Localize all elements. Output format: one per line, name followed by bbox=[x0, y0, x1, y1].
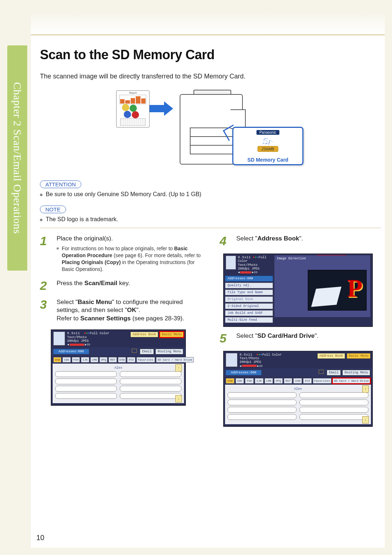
tab-opq[interactable]: OPQ bbox=[274, 378, 283, 384]
step-5: 5 Select "SD Card/Hard Drive". bbox=[220, 332, 381, 344]
tab-fgh[interactable]: FGH bbox=[72, 357, 80, 362]
header-info: 8.5x11 ●●●Full Color Text/Photo 200dpi J… bbox=[67, 332, 109, 346]
address-book-button[interactable]: Address Book bbox=[130, 332, 158, 337]
page-number: 10 bbox=[36, 534, 44, 542]
contact-name: Alex bbox=[227, 387, 369, 391]
page-counter: 01 / 01 bbox=[362, 395, 368, 404]
right-column: 4 Select "Address Book". Address Book Ba… bbox=[220, 235, 381, 430]
brand-label: Panasonic bbox=[257, 130, 279, 135]
panel-sd-card: Address Book Basic Menu 8.5x11 ●●●Full C… bbox=[223, 351, 373, 427]
step-2: 2 Press the Scan/Email key. bbox=[40, 279, 201, 292]
address-slot[interactable] bbox=[55, 386, 117, 392]
tab-rst[interactable]: RST bbox=[284, 378, 293, 384]
intro-text: The scanned image will be directly trans… bbox=[40, 73, 381, 80]
document-label: Report bbox=[117, 92, 149, 94]
preview-area: Image Direction P bbox=[274, 255, 370, 317]
address-slot[interactable] bbox=[55, 393, 117, 399]
step-number: 4 bbox=[220, 235, 230, 247]
transfer-diagram: Report Panasonic S▸ 256MB SD Memory Card bbox=[116, 87, 305, 167]
sd-callout-label: SD Memory Card bbox=[233, 157, 302, 163]
step-number: 5 bbox=[220, 332, 230, 344]
page-title: Scan to the SD Memory Card bbox=[40, 47, 381, 62]
scroll-down-icon[interactable]: ↓ bbox=[175, 395, 182, 402]
tab-fav[interactable]: Favorites bbox=[313, 378, 331, 384]
preview-window: P bbox=[308, 270, 367, 311]
address-slot[interactable] bbox=[120, 393, 181, 399]
side-addresses[interactable]: Addresses:000 bbox=[225, 276, 273, 281]
attention-text: Be sure to use only Genuine SD Memory Ca… bbox=[40, 191, 381, 198]
address-slot[interactable] bbox=[55, 378, 117, 384]
tab-fav[interactable]: Favorites bbox=[136, 357, 155, 362]
side-job-build[interactable]: Job Build and SADF bbox=[225, 310, 273, 316]
note-text: The SD logo is a trademark. bbox=[40, 216, 381, 223]
address-slot[interactable] bbox=[228, 400, 297, 405]
address-slot[interactable] bbox=[120, 386, 181, 392]
tab-lmn[interactable]: LMN bbox=[90, 357, 98, 362]
tab-lmn[interactable]: LMN bbox=[265, 378, 273, 384]
routing-menu-button[interactable]: Routing Menu bbox=[342, 370, 370, 376]
email-button[interactable]: Email bbox=[140, 349, 154, 355]
tab-uvw[interactable]: UVW bbox=[293, 378, 302, 384]
address-slot[interactable] bbox=[120, 378, 181, 384]
addresses-button[interactable]: Addresses:000 bbox=[226, 370, 261, 375]
side-multi-size[interactable]: Multi-Size Feed bbox=[225, 317, 273, 323]
side-2sided[interactable]: 2-Sided Original bbox=[225, 303, 273, 309]
tab-uvw[interactable]: UVW bbox=[118, 357, 126, 362]
step-1-sub: For instructions on how to place origina… bbox=[57, 245, 201, 273]
tab-ijk[interactable]: IJK bbox=[81, 357, 89, 362]
address-slot[interactable] bbox=[228, 414, 297, 420]
tab-ijk[interactable]: IJK bbox=[255, 378, 264, 384]
chapter-tab: Chapter 2 Scan/Email Operations bbox=[7, 45, 27, 271]
side-original-size[interactable]: Original Size bbox=[225, 296, 273, 302]
address-slot[interactable] bbox=[228, 392, 297, 398]
basic-menu-button[interactable]: Basic Menu bbox=[347, 353, 371, 359]
separator bbox=[40, 228, 381, 228]
step-1: 1 Place the original(s). For instruction… bbox=[40, 235, 201, 273]
email-button[interactable]: Email bbox=[327, 370, 341, 376]
document-icon: Report bbox=[116, 90, 150, 127]
tab-sd[interactable]: SD Card / Hard Drive bbox=[156, 357, 194, 362]
preview-sheet-icon bbox=[311, 287, 341, 307]
basic-menu-button[interactable]: Basic Menu bbox=[160, 332, 184, 337]
addresses-button[interactable]: Addresses:000 bbox=[53, 349, 89, 354]
address-slot[interactable] bbox=[299, 407, 368, 413]
scroll-up-icon[interactable]: ↑ bbox=[362, 385, 369, 393]
step-3: 3 Select "Basic Menu" to configure the r… bbox=[40, 298, 201, 323]
address-slot[interactable] bbox=[228, 407, 297, 413]
tab-opq[interactable]: OPQ bbox=[99, 357, 107, 362]
address-slot[interactable] bbox=[299, 414, 368, 420]
note-pill: NOTE bbox=[40, 206, 66, 213]
side-file-type[interactable]: File Type and Name bbox=[225, 289, 273, 295]
tab-rst[interactable]: RST bbox=[109, 357, 117, 362]
panel-address-book: Address Book Basic Menu 8.5x11 ●●●Full C… bbox=[223, 254, 373, 327]
address-slot[interactable] bbox=[299, 392, 368, 398]
doc-icon bbox=[226, 256, 236, 270]
side-menu: Addresses:000 Quality Adj. File Type and… bbox=[224, 274, 274, 324]
chapter-tab-label: Chapter 2 Scan/Email Operations bbox=[11, 82, 24, 234]
step-number: 2 bbox=[40, 279, 51, 292]
scroll-up-icon[interactable]: ↑ bbox=[175, 364, 182, 372]
side-quality[interactable]: Quality Adj. bbox=[225, 283, 273, 288]
address-book-button[interactable]: Address Book bbox=[317, 353, 345, 359]
sd-logo-icon: S▸ bbox=[263, 137, 273, 147]
attention-pill: ATTENTION bbox=[40, 181, 81, 188]
email-icon bbox=[319, 370, 324, 374]
routing-menu-button[interactable]: Routing Menu bbox=[155, 349, 183, 355]
tab-fgh[interactable]: FGH bbox=[245, 378, 254, 384]
step-number: 1 bbox=[40, 235, 51, 273]
tab-cde[interactable]: CDE bbox=[236, 378, 244, 384]
tab-cde[interactable]: CDE bbox=[62, 357, 70, 362]
sd-callout: Panasonic S▸ 256MB SD Memory Card bbox=[232, 127, 303, 165]
page-fade bbox=[31, 11, 385, 35]
panel-basic-menu: Address Book Basic Menu 8.5x11 ●●●Full C… bbox=[51, 329, 186, 405]
left-column: 1 Place the original(s). For instruction… bbox=[40, 235, 201, 430]
tab-ab[interactable]: #AB bbox=[226, 378, 234, 384]
address-slot[interactable] bbox=[299, 400, 368, 405]
tab-ab[interactable]: #AB bbox=[53, 357, 61, 362]
scroll-down-icon[interactable]: ↓ bbox=[362, 416, 369, 424]
address-slot[interactable] bbox=[55, 371, 117, 377]
tab-sd[interactable]: SD Card / Hard Drive bbox=[332, 378, 370, 384]
address-slot[interactable] bbox=[120, 371, 181, 377]
tab-xyz[interactable]: XYZ bbox=[303, 378, 312, 384]
tab-xyz[interactable]: XYZ bbox=[127, 357, 135, 362]
